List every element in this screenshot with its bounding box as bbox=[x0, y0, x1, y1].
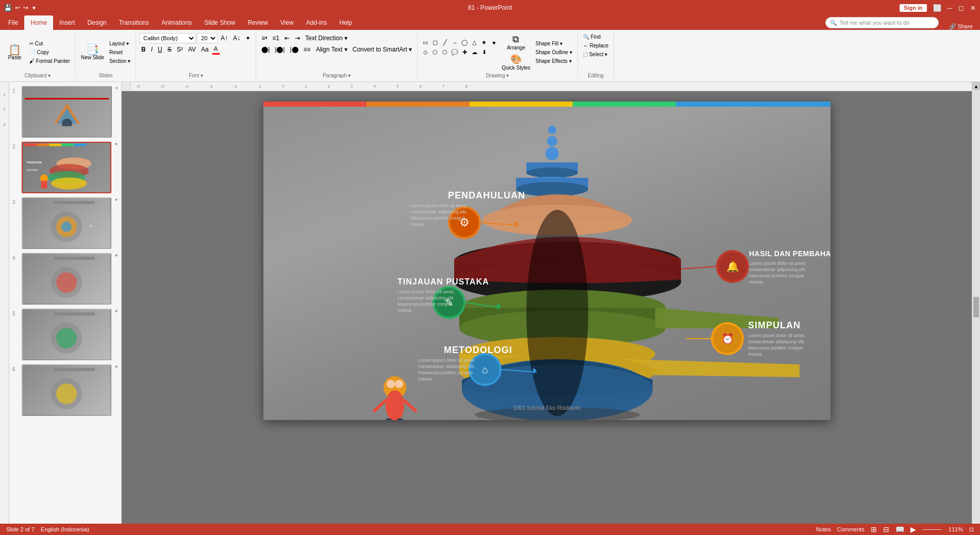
zoom-slider[interactable]: ───── bbox=[922, 526, 942, 532]
slide-thumb-5[interactable]: 5 ★ bbox=[12, 309, 118, 360]
tab-transitions[interactable]: Transitions bbox=[113, 15, 155, 30]
save-icon[interactable]: 💾 bbox=[4, 4, 12, 11]
tab-insert[interactable]: Insert bbox=[53, 15, 81, 30]
sign-in-btn[interactable]: Sign in bbox=[900, 4, 927, 12]
tab-design[interactable]: Design bbox=[81, 15, 112, 30]
fit-btn[interactable]: ⊡ bbox=[969, 526, 974, 533]
rect-shape[interactable]: ▭ bbox=[421, 38, 430, 47]
convert-smartart-button[interactable]: Convert to SmartArt ▾ bbox=[351, 44, 414, 55]
tab-view[interactable]: View bbox=[274, 15, 300, 30]
reading-view-btn[interactable]: 📖 bbox=[895, 525, 904, 533]
canvas-scroll[interactable]: ⚙ PENDAHULUAN Lorem ipsum dolor sit amet… bbox=[122, 91, 972, 532]
triangle-shape[interactable]: △ bbox=[470, 38, 479, 47]
slide-img-4[interactable] bbox=[22, 253, 111, 305]
slide-thumb-1[interactable]: 1 bbox=[12, 86, 118, 138]
diamond-shape[interactable]: ◇ bbox=[421, 48, 430, 57]
quick-styles-button[interactable]: 🎨Quick Styles bbox=[501, 53, 531, 72]
share-btn[interactable]: 🔗 Share bbox=[944, 23, 978, 30]
find-button[interactable]: 🔍 Find bbox=[581, 33, 610, 41]
font-case-button[interactable]: Aa bbox=[199, 44, 211, 55]
shape-outline-button[interactable]: Shape Outline ▾ bbox=[534, 48, 574, 56]
quick-access-toolbar[interactable]: 💾 ↩ ↪ ▼ bbox=[4, 4, 37, 11]
arrange-button[interactable]: ⧉Arrange bbox=[501, 33, 531, 52]
font-size-select[interactable]: 20 bbox=[197, 33, 218, 43]
font-color-button[interactable]: A bbox=[212, 44, 220, 55]
copy-button[interactable]: 📄 Copy bbox=[27, 48, 72, 56]
slidesorter-btn[interactable]: ⊟ bbox=[883, 525, 889, 533]
align-text-button[interactable]: Align Text ▾ bbox=[314, 44, 350, 55]
slide-img-5[interactable] bbox=[22, 309, 111, 360]
minimize-icon[interactable]: ─ bbox=[948, 4, 952, 12]
slide-thumb-6[interactable]: 6 ★ bbox=[12, 364, 118, 416]
slide-img-2[interactable]: TINJAUAN PUSTAKA bbox=[22, 142, 111, 193]
vertical-scrollbar[interactable]: ▲ ▼ bbox=[972, 82, 980, 532]
tab-animations[interactable]: Animations bbox=[155, 15, 198, 30]
tab-review[interactable]: Review bbox=[241, 15, 274, 30]
align-right-button[interactable]: |⬤ bbox=[288, 44, 300, 55]
slide-img-1[interactable] bbox=[22, 86, 112, 138]
clear-format-button[interactable]: ✦ bbox=[243, 33, 253, 43]
arrow-shape[interactable]: → bbox=[450, 38, 459, 47]
cloud-shape[interactable]: ☁ bbox=[470, 48, 479, 57]
shape-effects-button[interactable]: Shape Effects ▾ bbox=[534, 57, 574, 65]
layout-button[interactable]: Layout ▾ bbox=[107, 40, 132, 47]
more-shapes[interactable]: ⬇ bbox=[479, 48, 489, 57]
underline-button[interactable]: U bbox=[156, 44, 164, 55]
scroll-up-btn[interactable]: ▲ bbox=[972, 82, 980, 90]
slide-img-6[interactable] bbox=[22, 364, 111, 416]
shape-fill-button[interactable]: Shape Fill ▾ bbox=[534, 40, 574, 47]
select-button[interactable]: ⬚ Select ▾ bbox=[581, 51, 610, 58]
scroll-thumb[interactable] bbox=[973, 297, 979, 317]
window-controls[interactable]: Sign in ⬜ ─ ◻ ✕ bbox=[900, 4, 976, 12]
cut-button[interactable]: ✂ Cut bbox=[27, 40, 72, 47]
increase-indent-button[interactable]: ⇥ bbox=[293, 33, 302, 43]
numbering-button[interactable]: ≡1 bbox=[270, 33, 281, 43]
new-slide-button[interactable]: 📑 New Slide bbox=[79, 43, 106, 61]
slide-img-3[interactable]: Kx bbox=[22, 197, 111, 249]
decrease-indent-button[interactable]: ⇤ bbox=[283, 33, 292, 43]
justify-button[interactable]: ≡≡ bbox=[302, 44, 313, 55]
tell-me-bar[interactable]: 🔍 Tell me what you want to do bbox=[825, 17, 939, 28]
format-painter-button[interactable]: 🖌 Format Painter bbox=[27, 57, 72, 65]
rounded-rect-shape[interactable]: ▢ bbox=[430, 38, 440, 47]
slideshow-btn[interactable]: ▶ bbox=[910, 525, 916, 533]
align-center-button[interactable]: |⬤| bbox=[273, 44, 287, 55]
reset-button[interactable]: Reset bbox=[107, 48, 132, 56]
align-left-button[interactable]: ⬤| bbox=[259, 44, 272, 55]
customize-icon[interactable]: ▼ bbox=[31, 5, 37, 11]
bold-button[interactable]: B bbox=[139, 44, 148, 55]
close-icon[interactable]: ✕ bbox=[970, 4, 976, 12]
cross-shape[interactable]: ✚ bbox=[460, 48, 469, 57]
tab-addins[interactable]: Add-ins bbox=[300, 15, 334, 30]
star-shape[interactable]: ★ bbox=[479, 38, 489, 47]
ribbon-display-icon[interactable]: ⬜ bbox=[933, 4, 941, 12]
restore-icon[interactable]: ◻ bbox=[958, 4, 964, 12]
tab-slideshow[interactable]: Slide Show bbox=[198, 15, 241, 30]
font-grow-button[interactable]: A↑ bbox=[219, 33, 230, 43]
strikethrough-button[interactable]: S bbox=[165, 44, 174, 55]
tab-help[interactable]: Help bbox=[333, 15, 358, 30]
redo-icon[interactable]: ↪ bbox=[23, 4, 28, 11]
italic-button[interactable]: I bbox=[149, 44, 155, 55]
undo-icon[interactable]: ↩ bbox=[15, 4, 20, 11]
font-shrink-button[interactable]: A↓ bbox=[231, 33, 242, 43]
font-family-select[interactable]: Calibri (Body) bbox=[139, 33, 196, 43]
paste-button[interactable]: 📋 Paste bbox=[3, 43, 26, 61]
notes-btn[interactable]: Notes bbox=[816, 526, 831, 532]
char-spacing-button[interactable]: AV bbox=[186, 44, 198, 55]
circle-shape[interactable]: ◯ bbox=[460, 38, 469, 47]
slide-thumb-2[interactable]: 2 bbox=[12, 142, 118, 193]
pentagon-shape[interactable]: ⬠ bbox=[430, 48, 440, 57]
replace-button[interactable]: ↔ Replace bbox=[581, 42, 610, 49]
line-shape[interactable]: ╱ bbox=[440, 38, 450, 47]
section-button[interactable]: Section ▾ bbox=[107, 57, 132, 65]
slide-thumb-4[interactable]: 4 ★ bbox=[12, 253, 118, 305]
text-direction-button[interactable]: Text Direction ▾ bbox=[303, 33, 350, 43]
tab-file[interactable]: File bbox=[2, 15, 24, 30]
heart-shape[interactable]: ♥ bbox=[489, 38, 499, 47]
tab-home[interactable]: Home bbox=[24, 15, 53, 30]
shadow-button[interactable]: S² bbox=[175, 44, 185, 55]
callout-shape[interactable]: 💬 bbox=[450, 48, 459, 57]
slide-thumb-3[interactable]: 3 Kx ★ bbox=[12, 197, 118, 249]
hexagon-shape[interactable]: ⬡ bbox=[440, 48, 450, 57]
